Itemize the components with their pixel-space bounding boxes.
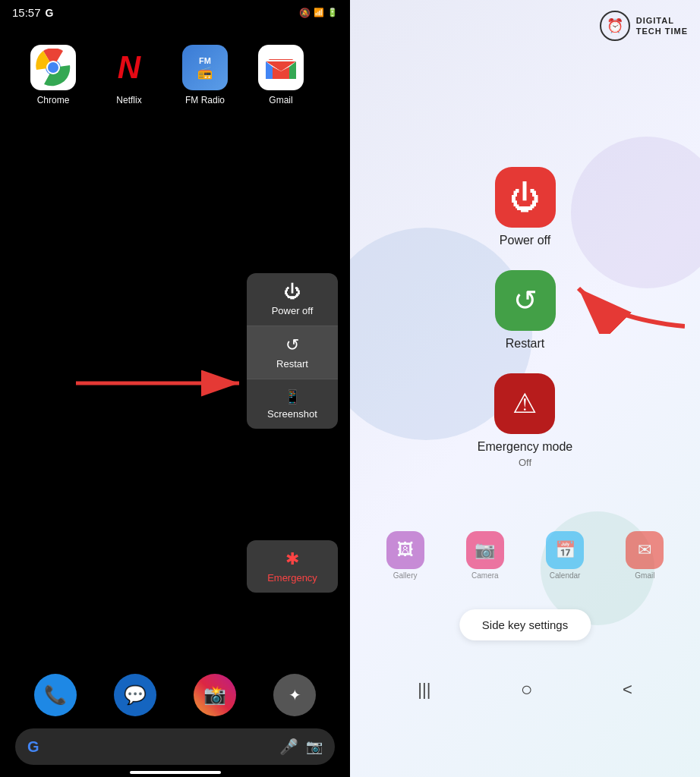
emergency-icon: ✱: [285, 549, 299, 569]
home-indicator: [130, 771, 221, 774]
app-grid: Chrome N Netflix FM 📻 FM Radio: [0, 30, 350, 121]
fmradio-label: FM Radio: [185, 95, 225, 105]
restart-icon: ↺: [285, 335, 299, 355]
logo-text-block: DIGITAL TECH TIME: [636, 15, 688, 37]
netflix-label: Netflix: [116, 95, 141, 105]
chrome-app-icon[interactable]: [30, 45, 76, 90]
logo-line2: TECH TIME: [636, 26, 688, 36]
screenshot-icon: 📱: [284, 388, 301, 405]
gmail-label: Gmail: [269, 95, 292, 105]
app-item-gmail[interactable]: Gmail: [251, 45, 311, 105]
status-icons: 🔕 📶 🔋: [299, 8, 338, 18]
dock-phone[interactable]: 📞: [25, 674, 86, 716]
fmradio-app-icon[interactable]: FM 📻: [182, 45, 228, 90]
power-off-label: Power off: [272, 305, 314, 316]
status-time: 15:57: [12, 6, 41, 19]
calendar-bg-icon: 📅: [546, 531, 584, 569]
calendar-bg-label: Calendar: [550, 571, 581, 580]
power-off-icon: ⏻: [284, 282, 301, 302]
nav-back-icon[interactable]: <: [623, 680, 632, 700]
logo-icon: ⏰: [607, 17, 623, 34]
restart-menu-item[interactable]: ↺ Restart: [247, 326, 338, 379]
instagram-icon[interactable]: 📸: [194, 674, 236, 716]
messages-icon[interactable]: 💬: [114, 674, 156, 716]
chrome-label: Chrome: [37, 95, 70, 105]
restart-label: Restart: [276, 358, 308, 370]
gallery-bg-label: Gallery: [393, 571, 418, 580]
assistant-icon[interactable]: ✦: [273, 674, 316, 716]
bg-app-gmail: ✉ Gmail: [626, 531, 664, 580]
emergency-menu: ✱ Emergency: [247, 540, 338, 593]
fmradio-fm: FM: [199, 56, 211, 65]
emergency-label: Emergency: [267, 572, 317, 584]
logo-area: ⏰ DIGITAL TECH TIME: [600, 11, 688, 41]
lens-icon[interactable]: 📷: [306, 738, 323, 755]
battery-icon: 🔋: [327, 8, 338, 17]
logo-line1: DIGITAL: [636, 15, 688, 26]
phone-icon-glyph: 📞: [44, 684, 67, 706]
assistant-icon-glyph: ✦: [289, 686, 301, 704]
status-bar: 15:57 G 🔕 📶 🔋: [0, 0, 350, 22]
screenshot-label: Screenshot: [267, 408, 317, 420]
red-arrow-left: [76, 368, 251, 398]
mute-icon: 🔕: [299, 8, 311, 18]
svg-point-3: [48, 62, 58, 73]
right-restart-label: Restart: [506, 337, 545, 351]
nav-recent-icon[interactable]: |||: [418, 680, 430, 700]
gmail-app-icon[interactable]: [258, 45, 304, 90]
google-g: G: [46, 7, 54, 19]
camera-bg-label: Camera: [471, 571, 499, 580]
search-bar[interactable]: G 🎤 📷: [15, 728, 335, 765]
netflix-app-icon[interactable]: N: [106, 45, 152, 90]
google-search-icon: G: [27, 738, 39, 756]
left-phone-screen: 15:57 G 🔕 📶 🔋: [0, 0, 350, 777]
chrome-icon-svg: [34, 49, 72, 87]
bg-app-gallery: 🖼 Gallery: [386, 531, 424, 580]
right-red-arrow: [533, 273, 685, 334]
gmail-bg-icon: ✉: [626, 531, 664, 569]
signal-icon: 📶: [314, 8, 324, 17]
right-emergency-icon: ⚠: [512, 388, 537, 420]
app-item-fmradio[interactable]: FM 📻 FM Radio: [175, 45, 235, 105]
right-emergency-label: Emergency mode: [478, 440, 572, 454]
right-emergency-btn[interactable]: ⚠: [494, 373, 555, 434]
screenshot-menu-item[interactable]: 📱 Screenshot: [247, 379, 338, 429]
dock-messages[interactable]: 💬: [105, 674, 166, 716]
bg-apps-row: 🖼 Gallery 📷 Camera 📅 Calendar ✉ Gmail: [350, 531, 700, 580]
bg-app-calendar: 📅 Calendar: [546, 531, 584, 580]
side-key-settings-btn[interactable]: Side key settings: [459, 609, 591, 640]
bg-app-camera: 📷 Camera: [466, 531, 504, 580]
phone-icon[interactable]: 📞: [34, 674, 77, 716]
power-menu: ⏻ Power off ↺ Restart 📱 Screenshot: [247, 273, 338, 429]
dock-assistant[interactable]: ✦: [264, 674, 325, 716]
dock: 📞 💬 📸 ✦: [0, 674, 350, 716]
right-power-off-btn[interactable]: ⏻: [495, 167, 556, 228]
emergency-menu-item[interactable]: ✱ Emergency: [247, 540, 338, 593]
gmail-icon-svg: [262, 49, 300, 87]
nav-home-icon[interactable]: ○: [521, 678, 533, 701]
right-emergency-item: ⚠ Emergency mode Off: [478, 373, 572, 468]
right-panel: ⏰ DIGITAL TECH TIME ⏻ Power off ↺ Restar…: [350, 0, 700, 777]
messages-icon-glyph: 💬: [124, 684, 147, 706]
logo-circle: ⏰: [600, 11, 630, 41]
gallery-bg-icon: 🖼: [386, 531, 424, 569]
app-item-chrome[interactable]: Chrome: [23, 45, 84, 105]
camera-bg-icon: 📷: [466, 531, 504, 569]
right-power-off-item: ⏻ Power off: [495, 167, 556, 247]
instagram-icon-glyph: 📸: [203, 684, 226, 706]
right-emergency-sublabel: Off: [519, 457, 531, 468]
power-off-menu-item[interactable]: ⏻ Power off: [247, 273, 338, 326]
app-item-netflix[interactable]: N Netflix: [99, 45, 159, 105]
dock-instagram[interactable]: 📸: [184, 674, 245, 716]
fmradio-wave: 📻: [197, 65, 213, 80]
gmail-bg-label: Gmail: [635, 571, 654, 580]
right-power-off-icon: ⏻: [510, 181, 541, 215]
mic-icon[interactable]: 🎤: [279, 738, 298, 756]
right-nav-bar: ||| ○ <: [350, 678, 700, 701]
right-power-off-label: Power off: [500, 234, 550, 247]
netflix-icon-n: N: [118, 49, 140, 86]
